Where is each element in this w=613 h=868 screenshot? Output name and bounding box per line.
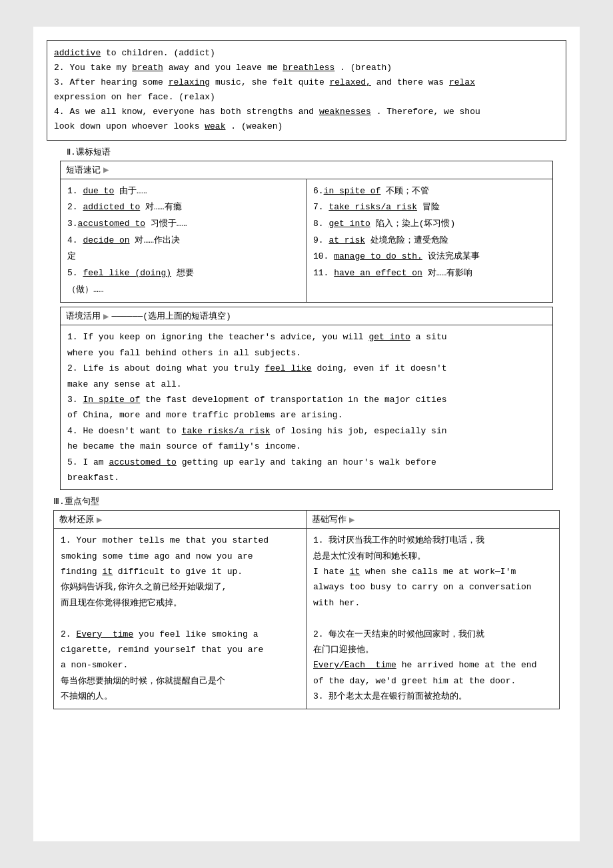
vocab-left-4: 4. decide on 对……作出决定 [67, 233, 299, 265]
s1-line1: addictive to children. (addict) [54, 46, 559, 61]
sl-9: a non-smoker. [61, 657, 299, 673]
context-s4b: he became the main source of family's in… [67, 439, 546, 454]
vocab-body: 1. due to 由于…… 2. addicted to 对……有瘾 3.ac… [61, 179, 552, 303]
sr-11: 3. 那个老太太是在银行前面被抢劫的。 [313, 689, 552, 704]
context-body: 1. If you keep on ignoring the teacher's… [61, 325, 552, 489]
section1-box: addictive to children. (addict) 2. You t… [47, 40, 566, 141]
sentence-right-content: 1. 我讨厌当我工作的时候她给我打电话，我 总是太忙没有时间和她长聊。 I ha… [306, 529, 559, 708]
context-header: 语境活用 ▶ ——————(选用上面的短语填空) [61, 307, 552, 325]
vocab-left-1: 1. due to 由于…… [67, 183, 299, 200]
sentence-left-content: 1. Your mother tells me that you started… [54, 529, 306, 708]
vocab-left-3: 3.accustomed to 习惯于…… [67, 216, 299, 233]
sentence-table-header: 教材还原 ▶ 基础写作 ▶ [54, 511, 559, 529]
s1-line6: look down upon whoever looks weak . (wea… [54, 119, 559, 134]
s1-line5: 4. As we all know, everyone has both str… [54, 105, 559, 119]
sr-7: 2. 每次在一天结束的时候他回家时，我们就 [313, 627, 552, 642]
sl-6 [61, 611, 299, 626]
s1-line4: expression on her face. (relax) [54, 90, 559, 105]
vocab-right-6: 11. have an effect on 对……有影响 [313, 265, 546, 282]
sr-5: with her. [313, 595, 552, 611]
vocab-left-col: 1. due to 由于…… 2. addicted to 对……有瘾 3.ac… [61, 179, 306, 303]
sr-10: of the day, we'd greet him at the door. [313, 673, 552, 689]
sentence-left-header: 教材还原 ▶ [54, 511, 306, 528]
sr-2: 总是太忙没有时间和她长聊。 [313, 549, 552, 564]
right-arrow-icon: ▶ [349, 514, 354, 525]
vocab-right-5: 10. manage to do sth. 设法完成某事 [313, 249, 546, 265]
context-s1: 1. If you keep on ignoring the teacher's… [67, 329, 546, 345]
sr-6 [313, 611, 552, 626]
context-s3: 3. In spite of the fast development of t… [67, 392, 546, 407]
vocab-right-4: 9. at risk 处境危险；遭受危险 [313, 233, 546, 249]
sentence-table: 教材还原 ▶ 基础写作 ▶ 1. Your mother tells me th… [53, 510, 560, 709]
context-arrow-icon: ▶ [103, 311, 109, 322]
sl-10: 每当你想要抽烟的时候，你就提醒自己是个 [61, 673, 299, 689]
vocab-left-2: 2. addicted to 对……有瘾 [67, 199, 299, 216]
vocab-right-col: 6.in spite of 不顾；不管 7. take risks/a risk… [306, 179, 552, 303]
arrow-icon: ▶ [103, 164, 109, 175]
sl-2: smoking some time ago and now you are [61, 549, 299, 564]
vocab-left-5: 5. feel like (doing) 想要（做）…… [67, 265, 299, 298]
context-box: 语境活用 ▶ ——————(选用上面的短语填空) 1. If you keep … [60, 307, 553, 490]
sl-11: 不抽烟的人。 [61, 689, 299, 704]
sentence-right-header: 基础写作 ▶ [306, 511, 559, 528]
context-s3b: of China, more and more traffic problems… [67, 407, 546, 423]
sr-4: always too busy to carry on a conversati… [313, 579, 552, 595]
left-arrow-icon: ▶ [97, 514, 102, 525]
vocab-right-1: 6.in spite of 不顾；不管 [313, 183, 546, 200]
sentence-table-body: 1. Your mother tells me that you started… [54, 529, 559, 708]
context-s5: 5. I am accustomed to getting up early a… [67, 455, 546, 470]
context-s5b: breakfast. [67, 470, 546, 485]
s1-line3: 3. After hearing some relaxing music, sh… [54, 75, 559, 90]
sr-1: 1. 我讨厌当我工作的时候她给我打电话，我 [313, 533, 552, 548]
sl-4: 你妈妈告诉我,你许久之前已经开始吸烟了, [61, 579, 299, 595]
vocab-table: 短语速记 ▶ 1. due to 由于…… 2. addicted to 对……… [60, 161, 553, 303]
sr-3: I hate it when she calls me at work—I'm [313, 564, 552, 579]
sr-9: Every/Each time he arrived home at the e… [313, 657, 552, 673]
context-s1b: where you fall behind others in all subj… [67, 345, 546, 361]
context-s2: 2. Life is about doing what you truly fe… [67, 361, 546, 376]
sl-5: 而且现在你觉得很难把它戒掉。 [61, 595, 299, 611]
s1-line2: 2. You take my breath away and you leave… [54, 61, 559, 75]
sl-3: finding it difficult to give it up. [61, 564, 299, 579]
sl-1: 1. Your mother tells me that you started [61, 533, 299, 548]
vocab-right-3: 8. get into 陷入；染上(坏习惯) [313, 216, 546, 233]
section3-heading: Ⅲ.重点句型 [53, 495, 566, 507]
context-s2b: make any sense at all. [67, 377, 546, 392]
context-s4: 4. He doesn't want to take risks/a risk … [67, 423, 546, 439]
sl-7: 2. Every time you feel like smoking a [61, 627, 299, 642]
section2-heading: Ⅱ.课标短语 [67, 146, 566, 158]
page: addictive to children. (addict) 2. You t… [33, 27, 580, 841]
vocab-header: 短语速记 ▶ [61, 161, 552, 179]
sr-8: 在门口迎接他。 [313, 642, 552, 657]
sl-8: cigarette, remind yourself that you are [61, 642, 299, 657]
vocab-right-2: 7. take risks/a risk 冒险 [313, 199, 546, 216]
